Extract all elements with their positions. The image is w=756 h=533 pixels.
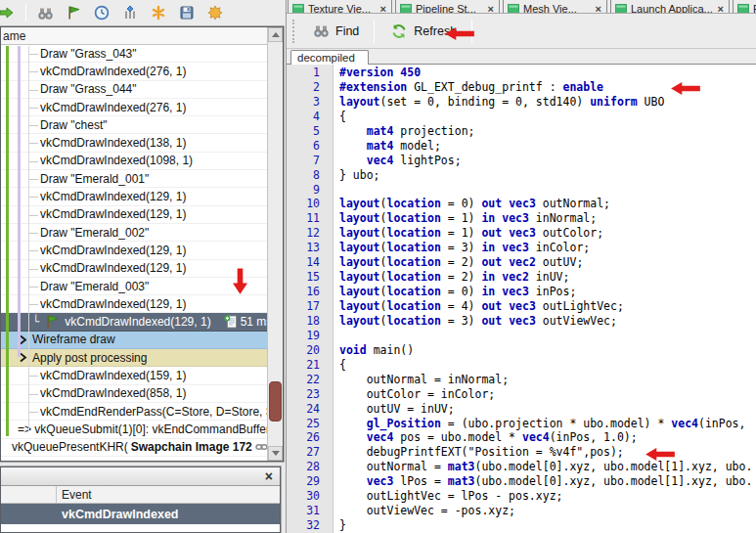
close-icon[interactable]: × xyxy=(488,3,494,14)
scroll-down-button[interactable] xyxy=(268,446,283,461)
event-table: Event vkCmdDrawIndexed xyxy=(1,486,280,532)
go-arrow-icon[interactable] xyxy=(0,3,17,22)
event-row[interactable]: vkCmdDrawIndexed(159, 1) xyxy=(1,367,267,384)
line-number: 5 xyxy=(287,124,320,139)
tab-label: Launch Applica... xyxy=(631,3,714,14)
tab-decompiled[interactable]: decompiled xyxy=(290,50,369,65)
event-row-label: vkCmdDrawIndexed(159, 1) xyxy=(40,369,186,382)
code-line: 7 vec4 lightPos; xyxy=(287,154,756,168)
event-row[interactable]: vkCmdDrawIndexed(129, 1) xyxy=(1,206,267,224)
event-column-header[interactable]: Event xyxy=(57,486,280,503)
tab-pipelinest[interactable]: Pipeline St...× xyxy=(395,0,500,13)
find-button[interactable]: Find xyxy=(304,17,366,46)
event-row-label: Draw "chest" xyxy=(40,118,108,132)
save-icon[interactable] xyxy=(177,3,197,22)
event-row[interactable]: vkQueuePresentKHR(Swapchain Image 172) xyxy=(1,439,267,457)
event-row[interactable]: Wireframe draw xyxy=(1,332,267,349)
event-row[interactable]: Draw "chest" xyxy=(1,116,267,134)
event-row[interactable]: Apply post processing xyxy=(1,349,267,367)
event-row[interactable]: Draw "Emerald_001" xyxy=(1,170,267,188)
line-number: 27 xyxy=(287,445,320,460)
tree-elbow-icon: └ xyxy=(32,315,39,329)
annotation-arrow-line27 xyxy=(645,447,675,465)
event-row[interactable]: vkCmdDrawIndexed(129, 1) xyxy=(1,242,267,259)
event-row[interactable]: vkCmdDrawIndexed(276, 1) xyxy=(1,63,267,80)
code-line: 13layout(location = 3) in vec3 inColor; xyxy=(287,241,756,255)
find-icon[interactable] xyxy=(35,3,55,22)
event-row[interactable]: vkCmdDrawIndexed(138, 1) xyxy=(1,134,267,152)
event-row[interactable]: Draw "Grass_043" xyxy=(1,45,267,63)
code-text: void main() xyxy=(320,343,414,358)
event-row[interactable]: Draw "Grass_044" xyxy=(1,81,267,99)
asterisk-icon[interactable] xyxy=(149,3,168,22)
event-row-label: vkCmdDrawIndexed(129, 1) xyxy=(40,190,186,203)
code-text: layout(location = 2) in vec2 inUV; xyxy=(320,270,569,285)
selected-event-row[interactable]: vkCmdDrawIndexed xyxy=(1,504,280,524)
event-row[interactable]: vkCmdDrawIndexed(129, 1) xyxy=(1,188,267,205)
close-icon[interactable]: × xyxy=(265,469,273,483)
document-tabbar: Texture Vie...×Pipeline St...×Mesh Vie..… xyxy=(287,0,756,13)
close-icon[interactable]: × xyxy=(596,3,601,14)
code-text: layout(location = 2) out vec2 outUV; xyxy=(320,255,583,270)
bookmark-flag-icon[interactable] xyxy=(64,3,83,22)
line-number: 17 xyxy=(287,299,320,314)
event-row[interactable]: vkCmdDrawIndexed(1098, 1) xyxy=(1,153,267,170)
event-row-label: Draw "Emerald_002" xyxy=(40,226,149,240)
code-line: 5 mat4 projection; xyxy=(287,124,756,139)
line-number: 31 xyxy=(287,504,320,518)
event-row[interactable]: vkCmdDrawIndexed(129, 1) xyxy=(1,295,267,313)
tab-texturevie[interactable]: Texture Vie...× xyxy=(288,0,392,13)
timeline-icon[interactable] xyxy=(120,3,140,22)
code-text xyxy=(320,329,339,343)
event-row[interactable]: vkCmdDrawIndexed(858, 1) xyxy=(1,385,267,403)
tab-launchapplica[interactable]: Launch Applica...× xyxy=(610,0,730,13)
messages-badge[interactable]: 51 msg(s) xyxy=(224,315,267,329)
scroll-up-button[interactable] xyxy=(268,27,283,42)
line-number: 6 xyxy=(287,139,320,154)
close-icon[interactable]: × xyxy=(380,3,386,14)
event-row[interactable]: => vkQueueSubmit(1)[0]: vkEndCommandBuff… xyxy=(1,421,267,438)
line-number: 2 xyxy=(287,80,320,95)
code-line: 14layout(location = 2) out vec2 outUV; xyxy=(287,255,756,270)
scrollbar-thumb[interactable] xyxy=(269,381,282,422)
tab-label: Mesh Vie... xyxy=(523,3,592,14)
event-row-label: vkCmdDrawIndexed(129, 1) xyxy=(40,261,186,275)
event-browser-panel: ame Draw "Grass_043"vkCmdDrawIndexed(276… xyxy=(0,26,284,462)
code-line: 21{ xyxy=(287,358,756,373)
event-row-label: vkQueuePresentKHR( xyxy=(12,440,128,454)
code-line: 27 debugPrintfEXT("Position = %v4f",pos)… xyxy=(287,445,756,460)
line-number: 20 xyxy=(287,343,320,358)
line-number: 10 xyxy=(287,197,320,211)
code-text: gl_Position = (ubo.projection * ubo.mode… xyxy=(320,417,745,431)
event-row[interactable]: Draw "Emerald_003" xyxy=(1,278,267,295)
line-number: 23 xyxy=(287,387,320,402)
code-text: vec3 lPos = mat3(ubo.model[0].xyz, ubo.m… xyxy=(320,474,752,489)
toolbar-separator xyxy=(25,4,26,22)
event-row[interactable]: Draw "Emerald_002" xyxy=(1,224,267,242)
line-number: 15 xyxy=(287,270,320,285)
event-row[interactable]: vkCmdDrawIndexed(276, 1) xyxy=(1,99,267,116)
code-text: mat4 projection; xyxy=(320,124,475,139)
event-row[interactable]: vkCmdEndRenderPass(C=Store, D=Store, S=.… xyxy=(1,403,267,421)
annotation-arrow-line2 xyxy=(671,81,700,99)
code-line: 31 outViewVec = -pos.xyz; xyxy=(287,504,756,518)
line-number: 19 xyxy=(287,329,320,343)
event-row[interactable]: vkCmdDrawIndexed(129, 1) xyxy=(1,260,267,278)
tab-label: Pipeline St... xyxy=(416,3,484,14)
code-text: layout(location = 3) in vec3 inColor; xyxy=(320,241,590,255)
tab-label: Texture Vie... xyxy=(308,3,377,14)
shader-source-editor[interactable]: 1#version 4502#extension GL_EXT_debug_pr… xyxy=(287,65,756,533)
code-line: 26 vec4 pos = ubo.model * vec4(inPos, 1.… xyxy=(287,430,756,445)
event-browser-scrollbar[interactable] xyxy=(267,27,283,461)
code-line: 9 xyxy=(287,183,756,198)
tab-res[interactable]: Res... xyxy=(733,0,756,13)
close-icon[interactable]: × xyxy=(718,3,724,14)
clock-icon[interactable] xyxy=(92,3,111,22)
line-number: 12 xyxy=(287,226,320,241)
event-row-selected[interactable]: └vkCmdDrawIndexed(129, 1)51 msg(s) xyxy=(1,313,267,331)
name-column-header[interactable]: ame xyxy=(1,27,267,45)
marker-guide-purple xyxy=(18,46,21,357)
tab-meshvie[interactable]: Mesh Vie...× xyxy=(503,0,607,13)
code-line: 32} xyxy=(287,518,756,533)
settings-star-icon[interactable] xyxy=(205,3,225,22)
